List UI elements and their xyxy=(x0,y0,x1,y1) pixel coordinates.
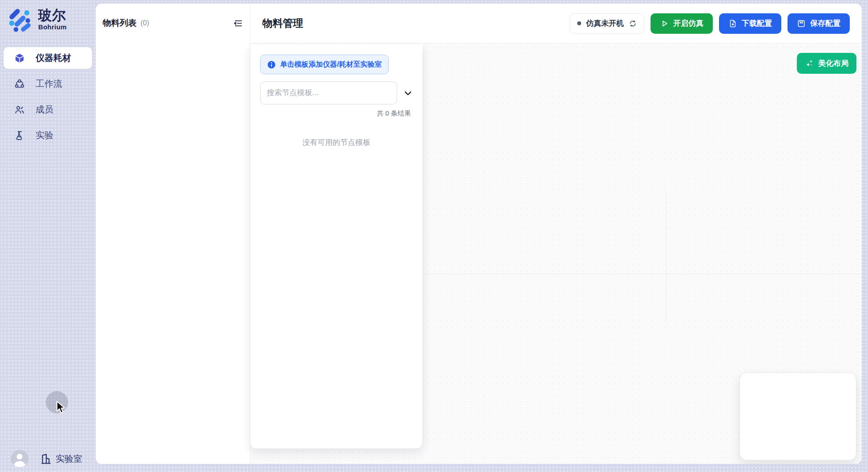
sidebar-footer: 实验室 xyxy=(0,450,96,468)
sidebar: 玻尔 Bohrium 仪器耗材 工作流 xyxy=(0,0,96,472)
members-icon xyxy=(14,104,25,115)
sidebar-item-members[interactable]: 成员 xyxy=(4,99,92,120)
brand-subtitle: Bohrium xyxy=(38,23,67,31)
avatar[interactable] xyxy=(11,450,28,468)
app-window: 物料列表 (0) 物料管理 仿真未开机 xyxy=(96,4,862,464)
sidebar-item-label: 成员 xyxy=(36,104,53,116)
sidebar-item-label: 仪器耗材 xyxy=(36,52,71,64)
lab-label: 实验室 xyxy=(56,453,82,465)
canvas-minimap[interactable] xyxy=(739,372,856,460)
chevron-down-icon[interactable] xyxy=(403,88,413,98)
canvas-guide-line xyxy=(666,192,667,325)
empty-state-text: 没有可用的节点模板 xyxy=(260,137,413,148)
refresh-icon[interactable] xyxy=(629,20,637,28)
save-icon xyxy=(797,19,806,28)
save-config-button[interactable]: 保存配置 xyxy=(788,13,850,34)
play-icon xyxy=(660,19,669,28)
status-dot xyxy=(577,21,581,25)
workflow-icon xyxy=(14,79,25,89)
template-hint-banner[interactable]: 单击模板添加仪器/耗材至实验室 xyxy=(260,55,389,74)
sparkles-icon xyxy=(805,59,814,68)
simulation-status-label: 仿真未开机 xyxy=(586,18,624,28)
beautify-layout-button[interactable]: 美化布局 xyxy=(797,53,856,74)
main-area: 物料管理 仿真未开机 xyxy=(250,4,862,464)
materials-list-panel: 物料列表 (0) xyxy=(96,4,250,464)
lab-building-icon xyxy=(40,453,52,465)
materials-list-count: (0) xyxy=(141,19,149,27)
sidebar-item-workflow[interactable]: 工作流 xyxy=(4,73,92,95)
brand-logo: 玻尔 Bohrium xyxy=(0,0,96,32)
bohrium-logo-icon xyxy=(7,7,32,32)
download-config-button[interactable]: 下载配置 xyxy=(719,13,781,34)
simulation-status-pill: 仿真未开机 xyxy=(570,13,644,34)
sidebar-item-label: 实验 xyxy=(36,129,53,141)
sidebar-item-experiments[interactable]: 实验 xyxy=(4,124,92,146)
sidebar-item-label: 工作流 xyxy=(36,78,62,90)
canvas-guide-line xyxy=(422,274,862,274)
start-simulation-button[interactable]: 开启仿真 xyxy=(651,13,713,34)
sidebar-nav: 仪器耗材 工作流 成员 xyxy=(4,47,92,146)
collapse-panel-icon[interactable] xyxy=(232,18,243,28)
download-file-icon xyxy=(728,19,737,28)
layout-canvas[interactable]: 单击模板添加仪器/耗材至实验室 共 0 条结果 没有可用的节点模板 xyxy=(250,44,862,464)
lab-selector[interactable]: 实验室 xyxy=(40,453,82,465)
cube-icon xyxy=(14,53,25,64)
page-title: 物料管理 xyxy=(262,16,303,30)
template-hint-text: 单击模板添加仪器/耗材至实验室 xyxy=(280,60,382,69)
experiment-icon xyxy=(14,130,25,141)
node-template-panel: 单击模板添加仪器/耗材至实验室 共 0 条结果 没有可用的节点模板 xyxy=(250,44,422,448)
brand-name: 玻尔 xyxy=(38,8,67,23)
materials-list-header: 物料列表 (0) xyxy=(96,4,250,43)
template-search-row xyxy=(260,81,413,104)
header-actions: 仿真未开机 开启仿真 xyxy=(570,13,850,34)
info-icon xyxy=(267,60,276,69)
main-header: 物料管理 仿真未开机 xyxy=(250,4,862,44)
materials-list-title: 物料列表 xyxy=(103,17,137,29)
search-input[interactable] xyxy=(260,81,397,104)
result-count: 共 0 条结果 xyxy=(260,109,413,118)
sidebar-item-instruments[interactable]: 仪器耗材 xyxy=(4,47,92,69)
mouse-cursor-icon xyxy=(56,400,67,415)
